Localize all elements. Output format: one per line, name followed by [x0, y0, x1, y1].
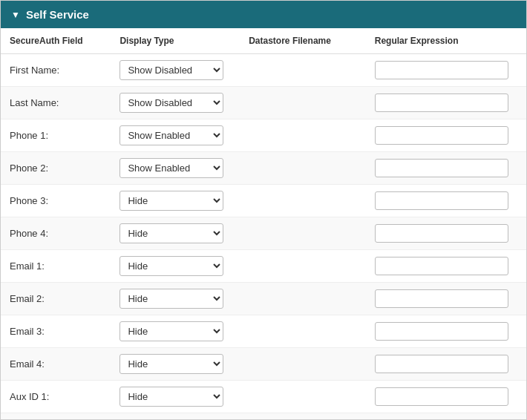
display-type-select[interactable]: Show DisabledShow EnabledHide	[120, 93, 223, 113]
field-label: Phone 4:	[1, 217, 111, 250]
table-row: Email 3:Show DisabledShow EnabledHide	[1, 315, 526, 348]
display-type-select[interactable]: Show DisabledShow EnabledHide	[120, 158, 223, 178]
regex-cell	[366, 283, 526, 315]
column-header-field: SecureAuth Field	[1, 28, 111, 54]
datastore-cell	[240, 283, 366, 315]
field-label: Aux ID 2:	[1, 413, 111, 420]
regex-cell	[366, 119, 526, 152]
display-type-cell: Show DisabledShow EnabledHide	[111, 348, 240, 381]
datastore-cell	[240, 87, 366, 119]
panel-title: Self Service	[26, 8, 89, 21]
table-row: Aux ID 1:Show DisabledShow EnabledHide	[1, 381, 526, 413]
table-container: SecureAuth Field Display Type Datastore …	[1, 28, 526, 419]
table-row: Email 4:Show DisabledShow EnabledHide	[1, 348, 526, 381]
display-type-cell: Show DisabledShow EnabledHide	[111, 381, 240, 413]
field-label: Last Name:	[1, 87, 111, 119]
panel-header: ▼ Self Service	[1, 1, 526, 28]
field-label: Phone 3:	[1, 185, 111, 217]
display-type-select[interactable]: Show DisabledShow EnabledHide	[120, 289, 223, 309]
display-type-select[interactable]: Show DisabledShow EnabledHide	[120, 125, 223, 145]
regex-input[interactable]	[375, 387, 508, 406]
display-type-cell: Show DisabledShow EnabledHide	[111, 250, 240, 283]
datastore-cell	[240, 185, 366, 217]
column-header-display: Display Type	[111, 28, 240, 54]
regex-input[interactable]	[375, 224, 508, 243]
datastore-cell	[240, 119, 366, 152]
regex-input[interactable]	[375, 289, 508, 308]
table-row: Phone 2:Show DisabledShow EnabledHide	[1, 152, 526, 185]
field-label: Email 4:	[1, 348, 111, 381]
table-row: Email 2:Show DisabledShow EnabledHide	[1, 283, 526, 315]
datastore-cell	[240, 413, 366, 420]
datastore-cell	[240, 381, 366, 413]
display-type-cell: Show DisabledShow EnabledHide	[111, 217, 240, 250]
field-label: Phone 1:	[1, 119, 111, 152]
datastore-cell	[240, 348, 366, 381]
display-type-select[interactable]: Show DisabledShow EnabledHide	[120, 191, 223, 211]
display-type-select[interactable]: Show DisabledShow EnabledHide	[120, 60, 223, 80]
display-type-select[interactable]: Show DisabledShow EnabledHide	[120, 223, 223, 243]
self-service-panel: ▼ Self Service SecureAuth Field Display …	[0, 0, 527, 420]
field-label: Email 2:	[1, 283, 111, 315]
datastore-cell	[240, 152, 366, 185]
display-type-cell: Show DisabledShow EnabledHide	[111, 185, 240, 217]
table-row: Phone 1:Show DisabledShow EnabledHide	[1, 119, 526, 152]
regex-input[interactable]	[375, 191, 508, 210]
regex-cell	[366, 152, 526, 185]
regex-input[interactable]	[375, 159, 508, 177]
regex-input[interactable]	[375, 355, 508, 373]
field-label: Phone 2:	[1, 152, 111, 185]
table-row: Email 1:Show DisabledShow EnabledHide	[1, 250, 526, 283]
display-type-cell: Show DisabledShow EnabledHide	[111, 152, 240, 185]
column-header-datastore: Datastore Filename	[240, 28, 366, 54]
display-type-cell: Show DisabledShow EnabledHide	[111, 87, 240, 119]
regex-cell	[366, 185, 526, 217]
regex-cell	[366, 348, 526, 381]
regex-cell	[366, 87, 526, 119]
regex-input[interactable]	[375, 257, 508, 275]
table-row: Last Name:Show DisabledShow EnabledHide	[1, 87, 526, 119]
regex-cell	[366, 217, 526, 250]
regex-cell	[366, 54, 526, 87]
display-type-cell: Show DisabledShow EnabledHide	[111, 54, 240, 87]
chevron-down-icon: ▼	[11, 10, 20, 20]
regex-input[interactable]	[375, 322, 508, 341]
regex-input[interactable]	[375, 61, 508, 79]
table-header-row: SecureAuth Field Display Type Datastore …	[1, 28, 526, 54]
datastore-cell	[240, 54, 366, 87]
datastore-cell	[240, 217, 366, 250]
table-row: First Name:Show DisabledShow EnabledHide	[1, 54, 526, 87]
regex-input[interactable]	[375, 93, 508, 112]
field-label: Email 3:	[1, 315, 111, 348]
regex-cell	[366, 315, 526, 348]
regex-cell	[366, 413, 526, 420]
field-label: Aux ID 1:	[1, 381, 111, 413]
self-service-table: SecureAuth Field Display Type Datastore …	[1, 28, 526, 419]
display-type-select[interactable]: Show DisabledShow EnabledHide	[120, 387, 223, 407]
display-type-select[interactable]: Show DisabledShow EnabledHide	[120, 354, 223, 374]
table-body: First Name:Show DisabledShow EnabledHide…	[1, 54, 526, 420]
table-row: Phone 3:Show DisabledShow EnabledHide	[1, 185, 526, 217]
regex-input[interactable]	[375, 126, 508, 145]
display-type-cell: Show DisabledShow EnabledHide	[111, 283, 240, 315]
display-type-cell: Show DisabledShow EnabledHide	[111, 315, 240, 348]
display-type-select[interactable]: Show DisabledShow EnabledHide	[120, 256, 223, 276]
display-type-cell: Show DisabledShow EnabledHide	[111, 413, 240, 420]
table-row: Aux ID 2:Show DisabledShow EnabledHide	[1, 413, 526, 420]
regex-cell	[366, 250, 526, 283]
display-type-select[interactable]: Show DisabledShow EnabledHide	[120, 321, 223, 341]
datastore-cell	[240, 250, 366, 283]
display-type-cell: Show DisabledShow EnabledHide	[111, 119, 240, 152]
field-label: First Name:	[1, 54, 111, 87]
column-header-regex: Regular Expression	[366, 28, 526, 54]
table-row: Phone 4:Show DisabledShow EnabledHide	[1, 217, 526, 250]
field-label: Email 1:	[1, 250, 111, 283]
datastore-cell	[240, 315, 366, 348]
regex-cell	[366, 381, 526, 413]
